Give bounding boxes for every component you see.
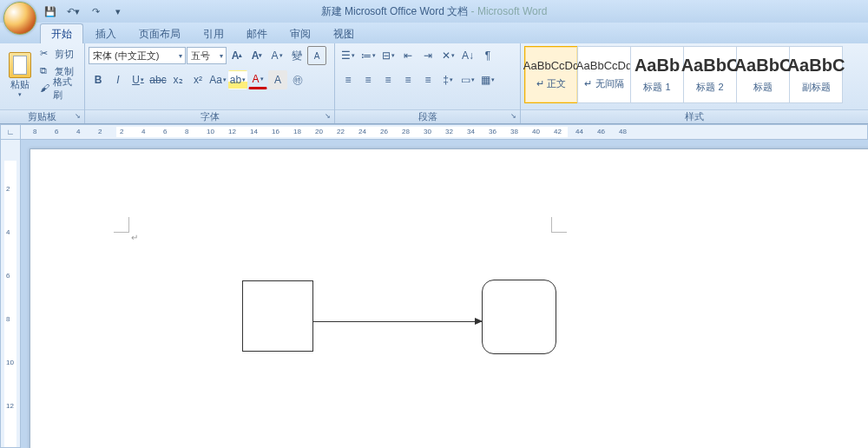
style-gallery: AaBbCcDd↵ 正文AaBbCcDd↵ 无间隔AaBb标题 1AaBbC标题… [524,46,842,103]
tab-邮件[interactable]: 邮件 [236,24,278,43]
font-size-select[interactable]: 五号 [187,47,227,64]
paste-label: 粘贴 [10,78,30,91]
document-area: ∟ 24681012 86422468101214161820222426283… [0,124,868,448]
paragraph-mark-icon: ↵ [131,233,138,242]
bullets-button[interactable]: ☰ [339,46,358,65]
tab-页面布局[interactable]: 页面布局 [128,24,191,43]
change-case-button[interactable]: Aa [208,70,227,89]
char-shading-button[interactable]: A [268,70,287,89]
phonetic-button[interactable]: 變 [287,46,306,65]
tab-插入[interactable]: 插入 [85,24,127,43]
font-name-select[interactable]: 宋体 (中文正文) [89,47,186,64]
horizontal-ruler[interactable]: 8642246810121416182022242628303234363840… [21,124,868,140]
shape-rounded-rectangle[interactable] [482,280,556,354]
group-font: 宋体 (中文正文) 五号 A▴ A▾ A 變 A B I U abc x₂ x²… [85,43,335,123]
window-title: 新建 Microsoft Office Word 文档 - Microsoft … [321,4,548,19]
style-item[interactable]: AaBbC标题 2 [683,46,737,103]
italic-button[interactable]: I [108,70,128,89]
app-name: - Microsoft Word [468,5,547,17]
char-border-button[interactable]: A [307,46,326,65]
bold-button[interactable]: B [89,70,108,89]
align-right-button[interactable]: ≡ [378,70,398,89]
margin-mark-icon [114,217,129,233]
save-icon[interactable]: 💾 [42,3,59,20]
quick-access-toolbar: 💾 ↶▾ ↷ ▾ [42,3,127,20]
document-canvas[interactable]: ↵ [21,140,868,448]
show-marks-button[interactable]: ¶ [478,46,497,65]
multilevel-button[interactable]: ⊟ [378,46,398,65]
style-item[interactable]: AaBbCcDd↵ 无间隔 [577,46,631,103]
shape-rectangle[interactable] [242,280,313,352]
distribute-button[interactable]: ≡ [418,70,437,89]
title-bar: 💾 ↶▾ ↷ ▾ 新建 Microsoft Office Word 文档 - M… [0,0,868,23]
paste-button[interactable]: 粘贴 ▾ [3,46,36,103]
group-clipboard: 粘贴 ▾ ✂剪切 ⧉复制 🖌格式刷 剪贴板↘ [0,43,85,123]
borders-button[interactable]: ▦ [478,70,497,89]
shape-arrow[interactable] [313,321,482,322]
subscript-button[interactable]: x₂ [168,70,187,89]
doc-name: 新建 Microsoft Office Word 文档 [321,5,469,17]
tab-开始[interactable]: 开始 [40,23,83,43]
format-painter-button[interactable]: 🖌格式刷 [38,81,82,96]
underline-button[interactable]: U [128,70,148,89]
superscript-button[interactable]: x² [188,70,207,89]
highlight-button[interactable]: ab [228,70,247,89]
numbering-button[interactable]: ≔ [358,46,378,65]
ribbon: 粘贴 ▾ ✂剪切 ⧉复制 🖌格式刷 剪贴板↘ 宋体 (中文正文) 五号 A▴ A… [0,43,868,124]
shrink-font-button[interactable]: A▾ [247,46,266,65]
qat-customize-icon[interactable]: ▾ [109,3,127,20]
margin-mark-icon [551,217,567,233]
align-center-button[interactable]: ≡ [358,70,378,89]
redo-icon[interactable]: ↷ [87,3,104,20]
undo-icon[interactable]: ↶▾ [64,3,82,20]
align-left-button[interactable]: ≡ [339,70,358,89]
font-group-label: 字体 [201,111,220,122]
grow-font-button[interactable]: A▴ [227,46,247,65]
tab-视图[interactable]: 视图 [323,24,365,43]
strike-button[interactable]: abc [148,70,168,89]
font-color-button[interactable]: A [248,70,267,89]
increase-indent-button[interactable]: ⇥ [418,46,437,65]
copy-icon: ⧉ [40,65,52,77]
style-item[interactable]: AaBbCcDd↵ 正文 [524,46,578,103]
tab-审阅[interactable]: 审阅 [279,24,321,43]
group-styles: AaBbCcDd↵ 正文AaBbCcDd↵ 无间隔AaBb标题 1AaBbC标题… [521,43,868,123]
ribbon-tabs: 开始插入页面布局引用邮件审阅视图 [0,23,868,43]
vertical-ruler[interactable]: 24681012 [0,140,21,448]
style-item[interactable]: AaBbC标题 [736,46,790,103]
sort-button[interactable]: A↓ [458,46,477,65]
dialog-launcher-icon[interactable]: ↘ [323,112,332,121]
style-item[interactable]: AaBb标题 1 [630,46,684,103]
clipboard-group-label: 剪贴板 [28,111,56,122]
tab-selector[interactable]: ∟ [0,124,21,140]
style-item[interactable]: AaBbC副标题 [789,46,843,103]
tab-引用[interactable]: 引用 [193,24,234,43]
group-paragraph: ☰ ≔ ⊟ ⇤ ⇥ ✕ A↓ ¶ ≡ ≡ ≡ ≡ ≡ ‡ ▭ ▦ 段落↘ [335,43,521,123]
scissors-icon: ✂ [40,48,52,60]
brush-icon: 🖌 [40,82,51,95]
decrease-indent-button[interactable]: ⇤ [398,46,418,65]
styles-group-label: 样式 [685,111,704,122]
shading-button[interactable]: ▭ [458,70,477,89]
enclose-char-button[interactable]: ㊕ [288,70,307,89]
clear-format-button[interactable]: A [267,46,286,65]
office-button[interactable] [3,2,36,35]
paste-icon [9,52,31,78]
dialog-launcher-icon[interactable]: ↘ [73,112,82,121]
line-spacing-button[interactable]: ‡ [438,70,457,89]
justify-button[interactable]: ≡ [398,70,418,89]
page[interactable]: ↵ [30,148,868,448]
dialog-launcher-icon[interactable]: ↘ [509,112,517,121]
cut-button[interactable]: ✂剪切 [38,46,82,62]
text-direction-button[interactable]: ✕ [438,46,457,65]
paragraph-group-label: 段落 [418,111,437,122]
